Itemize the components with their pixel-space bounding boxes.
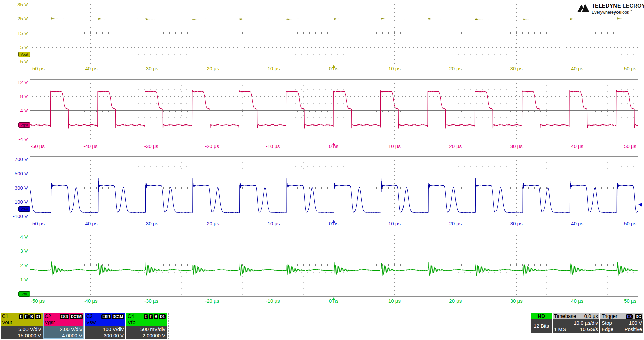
grid-c3-plot <box>30 156 638 219</box>
channel-id: C4 <box>128 313 134 319</box>
trigger-source-badge: C3 <box>626 314 633 319</box>
trigger-time-marker[interactable] <box>332 220 335 223</box>
time-label: 30 µs <box>503 143 530 149</box>
time-label: -40 µs <box>77 66 104 72</box>
channel-badge-d1: D1 <box>159 314 166 319</box>
channel-badge-d1: D1 <box>35 314 41 319</box>
channel-tag-vfb[interactable]: Vfb <box>18 291 30 297</box>
time-label: -50 µs <box>31 66 45 72</box>
time-label: -10 µs <box>260 298 286 304</box>
grid-c2-plot <box>30 79 638 142</box>
time-label: 50 µs <box>609 221 636 227</box>
channel-box-c4[interactable]: C4EFBD1Vfb500 mV/div-2.00000 V <box>126 313 167 339</box>
axis-label-c4: 4 V <box>1 234 28 240</box>
time-label: 30 µs <box>503 298 530 304</box>
time-label: -30 µs <box>138 221 165 227</box>
trigger-title: Trigger <box>602 313 618 319</box>
channel-badge-f: F <box>149 314 153 319</box>
channel-box-c1[interactable]: C1EFBD1Vout5.00 V/div-15.0000 V <box>1 313 43 339</box>
time-label: 10 µs <box>381 66 408 72</box>
channel-scale: 500 mV/div <box>128 326 165 332</box>
channel-badge-f: F <box>24 314 29 319</box>
empty-channel-slot[interactable] <box>168 313 209 339</box>
hd-acquisition-box[interactable]: HD 12 Bits <box>531 313 552 333</box>
timebase-box[interactable]: Timebase 0.0 µs 10.0 µs/div 1 MS 10 GS/s <box>553 313 599 333</box>
time-label: 30 µs <box>503 66 530 72</box>
time-label: 40 µs <box>564 66 591 72</box>
grid-c1-plot <box>30 2 638 64</box>
axis-label-c3: 500 V <box>1 171 28 177</box>
time-label: 40 µs <box>564 298 591 304</box>
logo-brand: TELEDYNE LECROY <box>592 3 644 9</box>
channel-tag-vout[interactable]: Vout <box>18 52 30 57</box>
teledyne-lecroy-logo: TELEDYNE LECROY Everywhereyoulook™ <box>576 3 644 15</box>
channel-badge-esr: ESR <box>101 314 111 319</box>
axis-label-c2: -4 V <box>1 136 28 142</box>
channel-box-c2[interactable]: C2ESRDC1MVgsr2.00 V/div-4.0000 V <box>43 313 84 339</box>
axis-label-c3: 100 V <box>1 199 28 205</box>
time-label: 10 µs <box>381 221 408 227</box>
channel-tag-vgsr[interactable]: Vgsr <box>18 122 30 128</box>
time-label: -40 µs <box>77 298 104 304</box>
trigger-level: 100 V <box>629 320 642 326</box>
trigger-level-arrow[interactable] <box>638 203 642 207</box>
channel-tag-vsw[interactable]: Vsw <box>18 206 30 212</box>
time-label: 50 µs <box>609 66 636 72</box>
channel-box-c3[interactable]: C3ESRDC1MVsw100 V/div-300.00 V <box>85 313 125 339</box>
channel-id: C1 <box>2 313 8 319</box>
timebase-offset: 0.0 µs <box>584 313 598 319</box>
time-label: -50 µs <box>31 221 45 227</box>
trigger-time-marker[interactable] <box>332 297 335 300</box>
channel-offset: -300.00 V <box>87 332 124 339</box>
trigger-slope: Positive <box>624 326 642 332</box>
channel-id: C3 <box>86 313 93 319</box>
hd-resolution: 12 Bits <box>531 319 552 333</box>
axis-label-c4: 1 V <box>1 277 28 283</box>
axis-label-c1: -5 V <box>1 59 28 65</box>
axis-label-c4: 2 V <box>1 262 28 269</box>
trigger-box[interactable]: Trigger C3 DC Stop 100 V Edge Positive <box>600 313 643 333</box>
axis-label-c1: 35 V <box>1 2 28 8</box>
time-label: -10 µs <box>260 221 286 227</box>
grid-c4-plot <box>30 234 638 297</box>
time-label: -20 µs <box>199 298 225 304</box>
axis-label-c4: 3 V <box>1 248 28 254</box>
channel-offset: -2.00000 V <box>128 332 165 339</box>
axis-label-c2: 12 V <box>1 79 28 85</box>
logo-tagline: Everywhereyoulook™ <box>592 9 644 15</box>
channel-badge-esr: ESR <box>60 314 69 319</box>
axis-label-c1: 5 V <box>1 44 28 50</box>
oscilloscope-screen: TELEDYNE LECROY Everywhereyoulook™ 35 V2… <box>0 0 644 340</box>
time-label: 20 µs <box>442 66 469 72</box>
time-label: -40 µs <box>77 143 104 149</box>
time-label: -40 µs <box>77 221 104 227</box>
channel-scale: 2.00 V/div <box>45 326 82 332</box>
channel-scale: 5.00 V/div <box>2 326 41 332</box>
trigger-time-marker[interactable] <box>332 143 335 145</box>
axis-label-c3: -100 V <box>1 213 28 220</box>
time-label: -20 µs <box>199 66 225 72</box>
trigger-time-marker[interactable] <box>332 65 335 68</box>
trigger-mode: Stop <box>602 320 612 326</box>
channel-offset: -15.0000 V <box>2 332 41 339</box>
time-label: -10 µs <box>260 66 286 72</box>
axis-label-c1: 15 V <box>1 30 28 36</box>
trigger-coupling-badge: DC <box>635 314 642 319</box>
time-label: -10 µs <box>260 143 286 149</box>
time-label: -20 µs <box>199 221 225 227</box>
axis-label-c3: 300 V <box>1 185 28 191</box>
hd-title: HD <box>531 313 552 319</box>
channel-offset: -4.0000 V <box>45 332 82 339</box>
time-label: 30 µs <box>503 221 530 227</box>
time-label: -30 µs <box>138 143 165 149</box>
channel-badge-b: B <box>154 314 158 319</box>
teledyne-arrows-icon <box>576 3 590 13</box>
channel-badge-e: E <box>144 314 148 319</box>
channel-name: Vfb <box>128 319 166 325</box>
channel-scale: 100 V/div <box>87 326 124 332</box>
channel-badge-e: E <box>19 314 23 319</box>
channel-name: Vgsr <box>45 319 83 325</box>
time-label: -50 µs <box>31 298 45 304</box>
time-label: 20 µs <box>442 221 469 227</box>
trigger-type: Edge <box>602 326 613 332</box>
